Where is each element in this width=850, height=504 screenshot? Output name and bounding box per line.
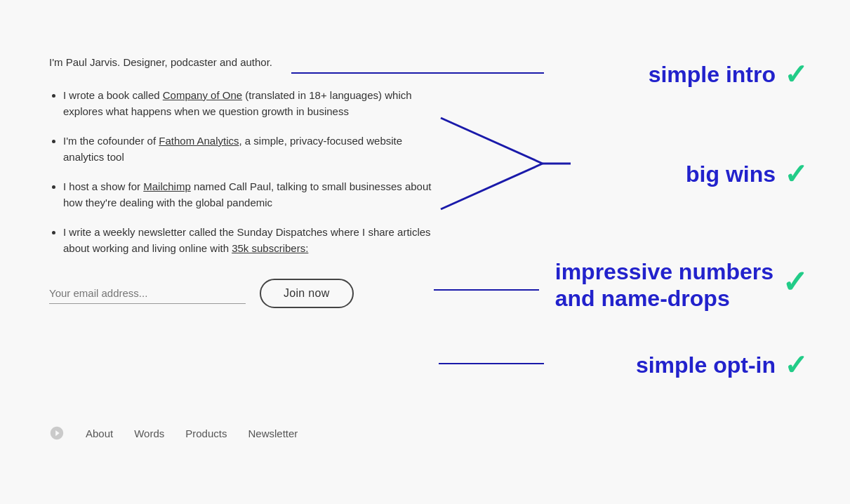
nav-about[interactable]: About bbox=[86, 427, 113, 439]
join-button[interactable]: Join now bbox=[260, 279, 354, 308]
annotation-simple-intro: simple intro ✓ bbox=[649, 58, 808, 91]
subscribers-link[interactable]: 35k subscribers: bbox=[232, 242, 308, 254]
checkmark-intro: ✓ bbox=[784, 58, 808, 91]
list-item: I write a weekly newsletter called the S… bbox=[63, 225, 442, 256]
checkmark-numbers: ✓ bbox=[782, 264, 808, 300]
email-input[interactable] bbox=[49, 283, 246, 304]
annotation-big-wins: big wins ✓ bbox=[686, 158, 808, 191]
list-item: I host a show for Mailchimp named Call P… bbox=[63, 179, 442, 211]
checkmark-bigwins: ✓ bbox=[784, 158, 808, 191]
bullet-list: I wrote a book called Company of One (tr… bbox=[49, 88, 442, 256]
mailchimp-link[interactable]: Mailchimp bbox=[143, 180, 191, 192]
annotation-simple-optin: simple opt-in ✓ bbox=[636, 349, 808, 382]
footer-nav: About Words Products Newsletter bbox=[49, 425, 298, 441]
simple-optin-label: simple opt-in bbox=[636, 352, 776, 378]
svg-line-1 bbox=[441, 164, 543, 209]
list-item: I'm the cofounder of Fathom Analytics, a… bbox=[63, 133, 442, 165]
optin-annotation-line bbox=[439, 363, 544, 364]
page-wrapper: I'm Paul Jarvis. Designer, podcaster and… bbox=[0, 0, 850, 504]
intro-text: I'm Paul Jarvis. Designer, podcaster and… bbox=[49, 56, 442, 68]
numbers-label-line2: and name-drops bbox=[555, 285, 773, 312]
list-item: I wrote a book called Company of One (tr… bbox=[63, 88, 442, 119]
big-arrow-icon bbox=[434, 104, 574, 223]
big-wins-label: big wins bbox=[686, 161, 776, 187]
email-form: Join now bbox=[49, 279, 442, 308]
left-content: I'm Paul Jarvis. Designer, podcaster and… bbox=[49, 56, 442, 308]
simple-intro-label: simple intro bbox=[649, 62, 776, 88]
logo-icon bbox=[49, 425, 65, 441]
intro-annotation-line bbox=[291, 72, 544, 74]
nav-words[interactable]: Words bbox=[134, 427, 164, 439]
svg-line-0 bbox=[441, 118, 543, 164]
nav-products[interactable]: Products bbox=[185, 427, 227, 439]
fathom-analytics-link[interactable]: Fathom Analytics bbox=[159, 135, 239, 147]
company-of-one-link[interactable]: Company of One bbox=[163, 89, 242, 101]
numbers-label-line1: impressive numbers bbox=[555, 258, 773, 285]
nav-newsletter[interactable]: Newsletter bbox=[248, 427, 298, 439]
checkmark-optin: ✓ bbox=[784, 349, 808, 382]
annotation-impressive-numbers: impressive numbers and name-drops ✓ bbox=[555, 258, 808, 312]
numbers-annotation-line bbox=[434, 289, 539, 291]
